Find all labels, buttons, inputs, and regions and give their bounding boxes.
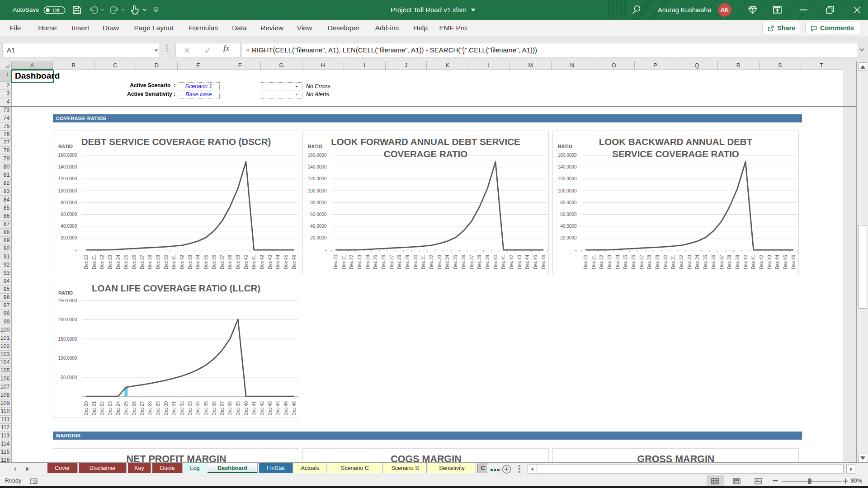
svg-text:Dec 42: Dec 42 — [509, 254, 514, 269]
svg-text:Dec 33: Dec 33 — [187, 401, 192, 415]
svg-text:Dec 43: Dec 43 — [267, 401, 272, 415]
svg-text:Dec 22: Dec 22 — [599, 254, 604, 269]
svg-text:Dec 39: Dec 39 — [235, 254, 240, 269]
svg-text:Dec 25: Dec 25 — [123, 254, 128, 269]
svg-text:Dec 31: Dec 31 — [421, 254, 426, 269]
svg-text:Dec 37: Dec 37 — [469, 254, 474, 269]
svg-text:Dec 23: Dec 23 — [607, 254, 612, 269]
svg-text:Dec 28: Dec 28 — [147, 401, 152, 415]
svg-text:Dec 46: Dec 46 — [291, 401, 296, 415]
svg-text:Dec 43: Dec 43 — [517, 254, 522, 269]
svg-text:Dec 31: Dec 31 — [171, 254, 176, 269]
svg-text:Dec 45: Dec 45 — [533, 254, 538, 269]
svg-text:Dec 29: Dec 29 — [405, 254, 410, 269]
svg-text:Dec 21: Dec 21 — [341, 254, 346, 269]
svg-text:Dec 23: Dec 23 — [357, 254, 362, 269]
svg-text:Dec 20: Dec 20 — [83, 254, 88, 269]
svg-text:Dec 26: Dec 26 — [132, 401, 137, 415]
svg-text:140.0000: 140.0000 — [58, 164, 77, 169]
svg-text:-: - — [325, 248, 326, 253]
svg-text:RATIO: RATIO — [558, 144, 572, 149]
svg-text:Dec 23: Dec 23 — [107, 254, 112, 269]
svg-text:Dec 32: Dec 32 — [179, 254, 184, 269]
svg-text:Dec 43: Dec 43 — [767, 254, 772, 269]
svg-text:Dec 36: Dec 36 — [211, 254, 216, 269]
svg-text:Dec 21: Dec 21 — [591, 254, 596, 269]
svg-text:60.0000: 60.0000 — [310, 212, 327, 217]
svg-text:Dec 20: Dec 20 — [83, 401, 88, 415]
svg-text:Dec 30: Dec 30 — [163, 254, 168, 269]
svg-text:160.0000: 160.0000 — [308, 153, 327, 158]
svg-text:Dec 27: Dec 27 — [389, 254, 394, 269]
svg-text:Dec 44: Dec 44 — [275, 401, 280, 415]
svg-text:20.0000: 20.0000 — [310, 235, 327, 240]
svg-text:40.0000: 40.0000 — [560, 224, 577, 229]
svg-text:Dec 28: Dec 28 — [147, 254, 152, 269]
svg-text:Dec 32: Dec 32 — [179, 401, 184, 415]
svg-text:Dec 41: Dec 41 — [251, 401, 256, 415]
svg-text:Dec 26: Dec 26 — [132, 254, 137, 269]
svg-text:60.0000: 60.0000 — [61, 212, 77, 217]
svg-text:Dec 31: Dec 31 — [671, 254, 676, 269]
svg-text:Dec 22: Dec 22 — [99, 401, 104, 415]
svg-text:50.0000: 50.0000 — [61, 375, 77, 380]
svg-text:Dec 26: Dec 26 — [631, 254, 636, 269]
svg-text:Dec 37: Dec 37 — [719, 254, 724, 269]
svg-text:Dec 43: Dec 43 — [267, 254, 272, 269]
svg-text:Dec 30: Dec 30 — [163, 401, 168, 415]
svg-text:Dec 40: Dec 40 — [743, 254, 748, 269]
svg-text:Dec 24: Dec 24 — [115, 401, 120, 415]
svg-text:100.0000: 100.0000 — [58, 356, 77, 361]
svg-text:150.0000: 150.0000 — [58, 337, 77, 342]
svg-text:40.0000: 40.0000 — [61, 224, 77, 229]
svg-text:Dec 33: Dec 33 — [187, 254, 192, 269]
svg-text:Dec 22: Dec 22 — [99, 254, 104, 269]
svg-text:Dec 45: Dec 45 — [283, 254, 288, 269]
svg-text:Dec 24: Dec 24 — [615, 254, 620, 269]
svg-text:COVERAGE RATIO: COVERAGE RATIO — [384, 149, 467, 159]
svg-text:Dec 27: Dec 27 — [139, 254, 144, 269]
svg-text:100.0000: 100.0000 — [557, 188, 576, 193]
svg-text:Dec 29: Dec 29 — [156, 254, 160, 269]
svg-text:Dec 29: Dec 29 — [156, 401, 160, 415]
svg-text:Dec 38: Dec 38 — [727, 254, 732, 269]
svg-text:Dec 34: Dec 34 — [695, 254, 700, 269]
svg-text:60.0000: 60.0000 — [560, 212, 577, 217]
svg-text:Dec 30: Dec 30 — [663, 254, 668, 269]
svg-text:Dec 27: Dec 27 — [639, 254, 644, 269]
svg-text:Dec 25: Dec 25 — [373, 254, 378, 269]
svg-text:Dec 44: Dec 44 — [525, 254, 530, 269]
svg-text:20.0000: 20.0000 — [61, 235, 77, 240]
svg-text:Dec 34: Dec 34 — [195, 401, 200, 415]
svg-text:-: - — [575, 248, 576, 253]
svg-text:Dec 42: Dec 42 — [259, 401, 264, 415]
svg-text:160.0000: 160.0000 — [557, 153, 576, 158]
svg-text:Dec 46: Dec 46 — [291, 254, 296, 269]
svg-text:-: - — [75, 248, 77, 253]
svg-text:40.0000: 40.0000 — [310, 224, 327, 229]
svg-text:LOOK FORWARD ANNUAL DEBT SERVI: LOOK FORWARD ANNUAL DEBT SERVICE — [331, 136, 520, 147]
svg-text:Dec 40: Dec 40 — [243, 254, 248, 269]
svg-text:Dec 33: Dec 33 — [437, 254, 442, 269]
svg-text:Dec 26: Dec 26 — [381, 254, 386, 269]
svg-text:RATIO: RATIO — [58, 144, 73, 149]
svg-text:80.0000: 80.0000 — [560, 200, 577, 205]
svg-text:Dec 34: Dec 34 — [195, 254, 200, 269]
svg-text:Dec 42: Dec 42 — [259, 254, 264, 269]
svg-text:120.0000: 120.0000 — [308, 176, 327, 181]
svg-text:DEBT SERVICE COVERAGE RATIO (D: DEBT SERVICE COVERAGE RATIO (DSCR) — [81, 136, 271, 147]
svg-text:140.0000: 140.0000 — [308, 164, 327, 169]
svg-text:Dec 32: Dec 32 — [679, 254, 684, 269]
svg-text:Dec 22: Dec 22 — [349, 254, 354, 269]
svg-text:Dec 39: Dec 39 — [735, 254, 740, 269]
svg-text:Dec 39: Dec 39 — [485, 254, 490, 269]
svg-text:120.0000: 120.0000 — [557, 176, 576, 181]
svg-text:Dec 36: Dec 36 — [711, 254, 716, 269]
svg-text:140.0000: 140.0000 — [557, 164, 576, 169]
svg-text:RATIO: RATIO — [308, 144, 322, 149]
svg-text:Dec 21: Dec 21 — [91, 401, 96, 415]
svg-text:Dec 45: Dec 45 — [283, 401, 288, 415]
svg-text:Dec 20: Dec 20 — [583, 254, 588, 269]
svg-text:Dec 35: Dec 35 — [453, 254, 458, 269]
svg-text:80.0000: 80.0000 — [61, 200, 77, 205]
